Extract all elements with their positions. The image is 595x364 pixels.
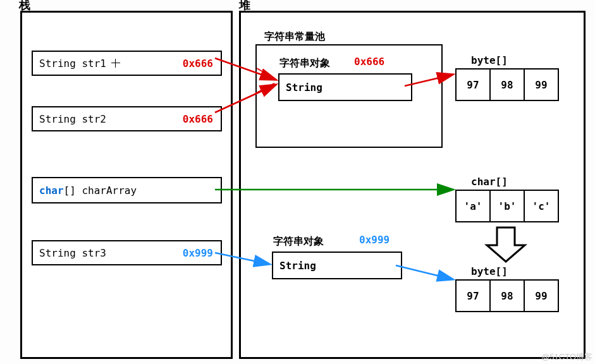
arrows-layer (0, 0, 595, 364)
diagram-canvas: 栈 堆 String str1 0x666 String str2 0x666 … (0, 0, 595, 364)
arrow-str3-to-obj2 (215, 253, 269, 264)
svg-line-1 (255, 83, 274, 94)
arrow-pool-to-byte1 (405, 75, 453, 86)
arrow-str2-to-pool (215, 85, 276, 112)
arrow-str1-to-pool (215, 58, 276, 80)
arrow-obj2-to-byte2 (396, 265, 453, 279)
copy-down-arrow-icon (487, 228, 525, 262)
watermark: @51CTO博客 (541, 351, 592, 363)
